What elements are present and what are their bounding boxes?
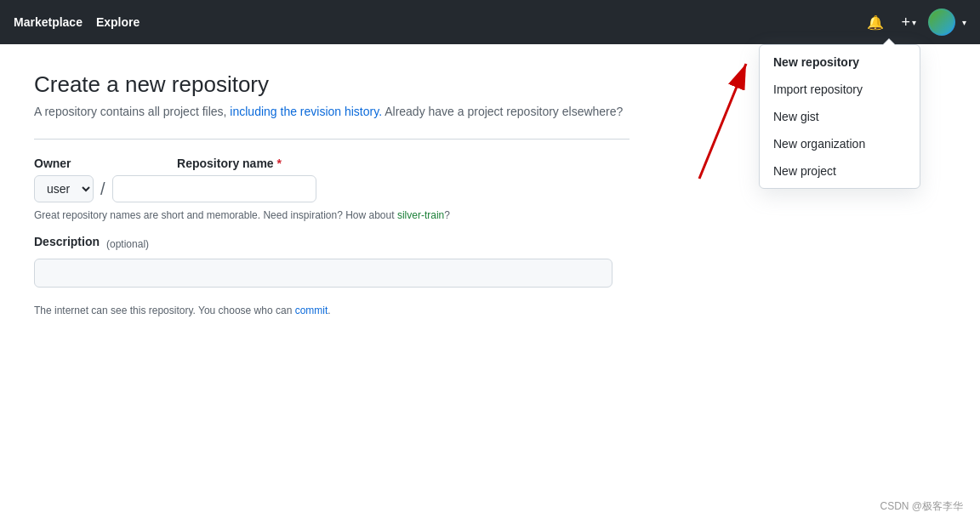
nav-left: Marketplace Explore (14, 15, 862, 29)
owner-label: Owner (34, 157, 71, 170)
nav-right: 🔔 + ▾ ▾ (862, 9, 966, 36)
header: Marketplace Explore 🔔 + ▾ ▾ (0, 0, 980, 44)
menu-item-new-gist[interactable]: New gist (760, 103, 920, 130)
notifications-button[interactable]: 🔔 (862, 11, 889, 34)
suggested-name-link[interactable]: silver-train (397, 209, 444, 221)
plus-icon: + (901, 14, 910, 31)
bell-icon: 🔔 (867, 14, 884, 31)
description-label-row: Description (optional) (34, 235, 946, 253)
plus-dropdown-menu: New repository Import repository New gis… (759, 44, 920, 189)
menu-item-new-repository[interactable]: New repository (760, 48, 920, 76)
divider-1 (34, 139, 630, 140)
menu-item-import-repository[interactable]: Import repository (760, 76, 920, 103)
chevron-down-icon: ▾ (912, 18, 916, 27)
repo-name-hint: Great repository names are short and mem… (34, 209, 630, 221)
avatar-chevron-icon: ▾ (962, 18, 966, 27)
page-subtitle: A repository contains all project files,… (34, 105, 630, 118)
commit-link[interactable]: commit (295, 305, 328, 316)
owner-repo-row: user / (34, 175, 630, 202)
menu-item-new-project[interactable]: New project (760, 157, 920, 185)
menu-item-new-organization[interactable]: New organization (760, 130, 920, 157)
owner-select[interactable]: user (34, 175, 94, 202)
user-avatar-button[interactable] (928, 9, 955, 36)
repo-name-input[interactable] (112, 175, 316, 202)
required-star: * (277, 157, 282, 170)
visibility-hint: The internet can see this repository. Yo… (34, 305, 630, 316)
subtitle-link[interactable]: including the revision history. (230, 105, 382, 118)
description-label: Description (34, 235, 100, 248)
nav-marketplace[interactable]: Marketplace (14, 15, 83, 29)
repo-name-label: Repository name * (177, 157, 282, 170)
watermark: CSDN @极客李华 (880, 499, 963, 514)
slash-separator: / (100, 179, 105, 199)
avatar (930, 10, 954, 34)
optional-badge: (optional) (106, 238, 149, 250)
description-input[interactable] (34, 259, 612, 288)
visibility-section: The internet can see this repository. Yo… (34, 305, 630, 316)
plus-button[interactable]: + ▾ (896, 10, 921, 35)
nav-explore[interactable]: Explore (96, 15, 140, 29)
